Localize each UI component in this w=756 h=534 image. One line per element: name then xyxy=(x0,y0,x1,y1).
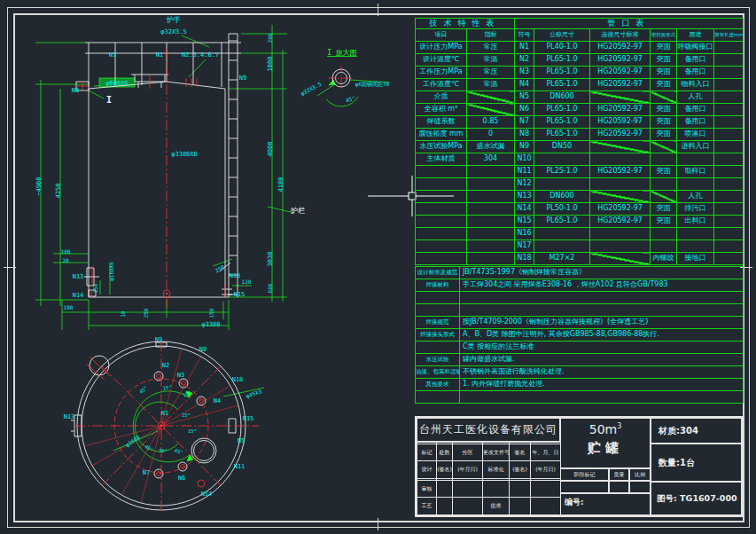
cad-drawing-sheet[interactable]: 护手φ32X3.5N5N1N2.3.4.6.7N9N8φ600X6~496042… xyxy=(0,0,756,534)
table-cell xyxy=(590,178,651,191)
drawing-annotation: N13 xyxy=(64,413,75,420)
table-cell xyxy=(416,240,467,253)
table-cell: DN50 xyxy=(534,141,590,153)
table-cell xyxy=(467,91,515,104)
table-cell xyxy=(416,253,467,265)
titleblock-cell: (年月日) xyxy=(453,461,483,479)
table-cell: 主体材质 xyxy=(416,153,467,166)
titleblock-cell: 处数 xyxy=(437,444,453,461)
table-cell: 突面 xyxy=(651,54,677,67)
table-cell xyxy=(714,67,744,79)
titleblock-cell: (签名) xyxy=(510,461,531,479)
table-cell xyxy=(714,191,744,203)
titleblock-cell: 签名 xyxy=(510,444,531,461)
table-cell xyxy=(416,203,467,216)
table-cell: 接地口 xyxy=(677,253,714,265)
table-cell: 全容积 m³ xyxy=(416,104,467,116)
table-cell xyxy=(651,228,677,240)
titleblock-cell xyxy=(510,498,531,515)
table-cell xyxy=(714,178,744,191)
table-cell: 水压试验MPa xyxy=(416,141,467,153)
table-cell xyxy=(714,203,744,216)
table-cell: 突面 xyxy=(651,79,677,91)
requirement-text: JB/T4735-1997《钢制焊接常压容器》 xyxy=(460,267,744,279)
titleblock-cell xyxy=(531,480,561,498)
titleblock-cell: (签名) xyxy=(437,461,453,479)
titleblock-cell xyxy=(453,480,483,498)
requirement-text: 罐内做盛水试漏. xyxy=(460,354,744,366)
table-cell: PL65-1.0 xyxy=(534,216,590,228)
table-cell: 人孔 xyxy=(677,191,714,203)
table-cell xyxy=(590,153,651,166)
table-cell: 工作压力MPa xyxy=(416,67,467,79)
table-cell: 304 xyxy=(467,153,515,166)
requirements-table: 设计标准及规范JB/T4735-1997《钢制焊接常压容器》焊接材料手工焊304… xyxy=(415,266,744,404)
table-cell: 突面 xyxy=(651,67,677,79)
table-cell xyxy=(534,153,590,166)
table-cell xyxy=(714,228,744,240)
table-cell: N11 xyxy=(515,166,534,178)
product-cell: 50m3 贮罐 xyxy=(560,418,651,468)
table-cell xyxy=(651,153,677,166)
table-cell xyxy=(590,240,651,253)
drawing-annotation: 150 xyxy=(92,283,98,293)
requirement-label: 油漆、包装和运输 xyxy=(416,366,460,379)
table-cell: N4 xyxy=(515,79,534,91)
requirement-label xyxy=(416,391,460,404)
requirement-text xyxy=(460,304,744,317)
quantity-label: 数量:1台 xyxy=(651,444,744,482)
table-cell xyxy=(467,228,515,240)
drawing-annotation: N8 xyxy=(199,346,207,353)
table-cell: PL65-1.0 xyxy=(534,79,590,91)
drawing-annotation: N1 xyxy=(161,410,168,417)
table-cell xyxy=(714,240,744,253)
table-cell: HG20592-97 xyxy=(590,166,651,178)
column-header: 用途 xyxy=(677,29,714,42)
table-cell: 0.85 xyxy=(467,116,515,129)
requirement-text: 手工焊304之间 采用焊条E308-16 ，焊丝A102 且符合GB/T983 xyxy=(460,279,744,292)
table-cell xyxy=(467,203,515,216)
table-cell xyxy=(534,240,590,253)
requirement-label: 焊接材料 xyxy=(416,279,460,292)
tank-volume: 50m3 xyxy=(589,422,622,436)
table-cell: M27×2 xyxy=(534,253,590,265)
requirement-text xyxy=(460,391,744,404)
titleblock-cell: 审核 xyxy=(417,480,437,498)
column-header: 公称尺寸 xyxy=(534,29,590,42)
table-cell xyxy=(651,91,677,104)
table-cell xyxy=(714,42,744,54)
table-cell xyxy=(467,253,515,265)
table-cell xyxy=(467,104,515,116)
drawing-number: 图号: TG1607-000 xyxy=(651,482,744,515)
table-cell: N2 xyxy=(515,54,534,67)
table-cell xyxy=(534,228,590,240)
tech-table-title: 技术特性表 xyxy=(416,19,515,29)
titleblock-cell: 年、月、日 xyxy=(531,444,561,461)
table-cell xyxy=(590,253,651,265)
column-header: 密封面形式 xyxy=(651,29,677,42)
drawing-annotation: φ3380 xyxy=(201,321,220,328)
table-cell xyxy=(714,216,744,228)
drawing-annotation: 4180 xyxy=(277,177,284,192)
table-cell xyxy=(590,91,651,104)
stage-mark-label: 阶段标记 xyxy=(560,468,609,481)
table-cell xyxy=(590,228,651,240)
table-cell: 突面 xyxy=(651,216,677,228)
drawing-annotation: N14 xyxy=(201,491,213,498)
table-cell xyxy=(590,191,651,203)
drawing-annotation: N15 xyxy=(243,415,254,422)
titleblock-cell xyxy=(437,498,453,515)
table-cell xyxy=(651,191,677,203)
table-cell: 常压 xyxy=(467,67,515,79)
drawing-annotation: 180 xyxy=(64,304,74,310)
titleblock-cell: 设计 xyxy=(417,461,437,479)
drawing-annotation: 200 xyxy=(267,33,273,43)
drawing-annotation: 20 xyxy=(62,257,69,263)
table-cell xyxy=(416,216,467,228)
table-cell xyxy=(677,178,714,191)
centerlines xyxy=(74,49,354,511)
table-cell: 设计温度℃ xyxy=(416,54,467,67)
table-cell: 工作温度℃ xyxy=(416,79,467,91)
table-cell xyxy=(677,153,714,166)
table-cell xyxy=(714,54,744,67)
